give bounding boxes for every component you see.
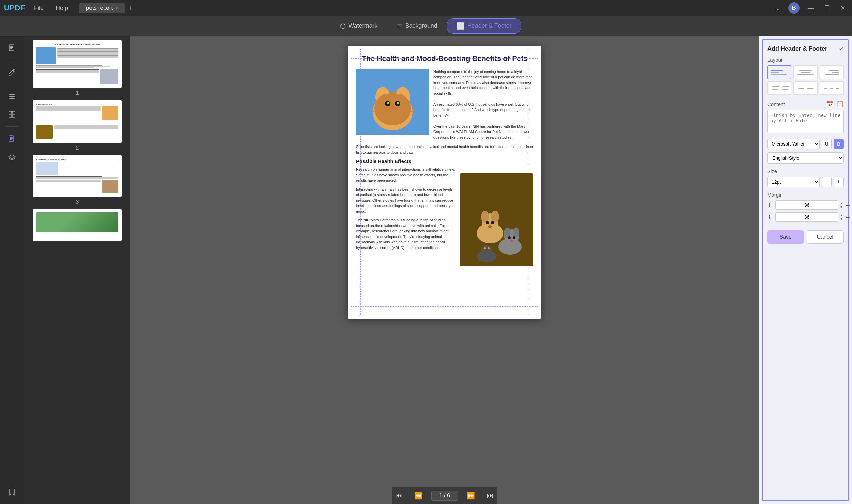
svg-point-48 xyxy=(510,240,513,242)
prev-page-btn[interactable]: ⏪ xyxy=(411,490,426,502)
margin-section: Margin ⬆ ▲ ▼ ➡ xyxy=(767,192,844,221)
font-family-select[interactable]: Microsoft YaHei xyxy=(767,139,820,149)
file-icon[interactable]: 📋 xyxy=(836,101,844,108)
margin-right-item: ➡ ▲ ▼ xyxy=(846,200,852,210)
size-decrease-btn[interactable]: − xyxy=(822,177,832,187)
minimize-btn[interactable]: — xyxy=(805,4,816,12)
size-section: Size 12pt − + xyxy=(767,168,844,187)
tab-pets-report[interactable]: pets report × xyxy=(79,3,125,13)
content-section: Content 📅 📋 xyxy=(767,101,844,134)
margin-top-up-btn[interactable]: ▲ xyxy=(840,202,843,205)
sidebar-item-pages[interactable] xyxy=(4,131,20,147)
doc-content-row-1: Nothing compares to the joy of coming ho… xyxy=(356,69,533,140)
size-select[interactable]: 12pt xyxy=(767,177,820,187)
thumb-page-num-1: 1 xyxy=(76,90,79,96)
user-avatar[interactable]: B xyxy=(788,2,800,14)
cancel-button[interactable]: Cancel xyxy=(807,230,844,244)
tab-close-btn[interactable]: × xyxy=(116,6,118,11)
save-button[interactable]: Save xyxy=(767,230,804,244)
svg-rect-2 xyxy=(10,47,13,48)
thumbnail-page-1[interactable]: The Health and Mood-Boosting Benefits of… xyxy=(26,40,128,96)
next-page-btn[interactable]: ⏩ xyxy=(463,490,478,502)
svg-point-37 xyxy=(481,211,489,222)
doc-page-title: The Health and Mood-Boosting Benefits of… xyxy=(356,54,533,64)
total-pages: 6 xyxy=(447,492,450,499)
margin-bottom-icon: ⬇ xyxy=(767,214,774,220)
menu-file[interactable]: File xyxy=(31,3,47,13)
layout-option-3[interactable] xyxy=(820,65,844,79)
layout-option-6[interactable] xyxy=(820,81,844,95)
panel-expand-icon[interactable]: ⤢ xyxy=(839,45,844,52)
svg-point-39 xyxy=(485,221,489,224)
margin-label: Margin xyxy=(767,192,844,198)
first-page-btn[interactable]: ⏮ xyxy=(392,490,406,501)
margin-bottom-input[interactable] xyxy=(776,212,838,221)
svg-point-41 xyxy=(488,225,492,228)
doc-section-p1: Research on human-animal interactions is… xyxy=(356,167,456,183)
toolbar-tab-background[interactable]: ▦ Background xyxy=(387,19,447,33)
doc-section-p2: Interacting with animals has been shown … xyxy=(356,187,456,214)
close-btn[interactable]: ✕ xyxy=(838,4,848,12)
size-label: Size xyxy=(767,168,844,174)
sidebar-divider-2 xyxy=(5,84,19,85)
right-panel: Add Header & Footer ⤢ Layout xyxy=(759,36,852,504)
footer-guide-bottom xyxy=(352,306,538,307)
svg-rect-1 xyxy=(10,46,13,47)
toolbar-tab-header-footer[interactable]: ⬜ Header & Footer xyxy=(447,18,521,34)
menu-help[interactable]: Help xyxy=(52,3,71,13)
last-page-btn[interactable]: ⏭ xyxy=(483,490,497,501)
margin-left-icon: ⬅ xyxy=(846,214,852,220)
content-icons: 📅 📋 xyxy=(827,101,844,108)
svg-rect-10 xyxy=(12,115,15,118)
sidebar-item-layers[interactable] xyxy=(4,106,20,122)
margin-top-down-btn[interactable]: ▼ xyxy=(840,205,843,209)
maximize-btn[interactable]: ❐ xyxy=(822,4,832,12)
svg-point-40 xyxy=(491,221,494,224)
sidebar-item-bookmark[interactable] xyxy=(4,484,20,500)
sidebar-item-list[interactable] xyxy=(4,89,20,105)
underline-btn[interactable]: U xyxy=(822,139,832,149)
size-increase-btn[interactable]: + xyxy=(834,177,844,187)
thumbnail-page-4[interactable] xyxy=(26,209,128,243)
thumb-img-4 xyxy=(33,209,122,241)
new-tab-btn[interactable]: + xyxy=(126,3,136,13)
layout-option-1[interactable] xyxy=(767,65,792,79)
sidebar-item-document[interactable] xyxy=(4,40,20,56)
margin-top-input[interactable] xyxy=(776,200,838,210)
sidebar-item-stack[interactable] xyxy=(4,149,20,165)
margin-bottom-up-btn[interactable]: ▲ xyxy=(840,214,843,217)
style-select[interactable]: English Style xyxy=(767,152,844,164)
svg-point-44 xyxy=(504,228,511,237)
thumbnail-page-2[interactable]: Possible Health Effects xyxy=(26,100,128,151)
doc-dogs-image xyxy=(460,173,533,267)
tab-label: pets report xyxy=(86,5,113,11)
size-control: 12pt − + xyxy=(767,177,844,187)
title-bar: UPDF File Help pets report × + ⌄ B — ❐ ✕ xyxy=(0,0,852,16)
svg-rect-13 xyxy=(10,138,13,139)
svg-rect-3 xyxy=(10,48,12,49)
panel-title: Add Header & Footer ⤢ xyxy=(767,45,844,52)
thumbnail-panel: The Health and Mood-Boosting Benefits of… xyxy=(24,36,130,504)
doc-scroll[interactable]: The Health and Mood-Boosting Benefits of… xyxy=(130,36,759,487)
sidebar-item-edit[interactable] xyxy=(4,64,20,80)
bottom-nav: ⏮ ⏪ 1 / 6 ⏩ ⏭ xyxy=(392,487,497,504)
background-label: Background xyxy=(405,22,437,29)
layout-option-5[interactable] xyxy=(794,81,817,95)
thumbnail-page-3[interactable]: A Key Phase in the History of Tourism xyxy=(26,155,128,205)
header-footer-label: Header & Footer xyxy=(467,22,512,29)
bold-btn[interactable]: B xyxy=(834,139,844,149)
layout-option-4[interactable] xyxy=(767,81,792,95)
svg-point-24 xyxy=(390,106,395,110)
window-controls: ⌄ B — ❐ ✕ xyxy=(773,2,848,14)
sidebar-divider-3 xyxy=(5,126,19,127)
header-footer-icon: ⬜ xyxy=(456,22,465,30)
layout-option-2[interactable] xyxy=(794,65,817,79)
toolbar-tab-watermark[interactable]: ⬡ Watermark xyxy=(331,19,387,33)
svg-rect-12 xyxy=(10,138,13,138)
page-container: The Health and Mood-Boosting Benefits of… xyxy=(348,46,541,319)
content-section-label: Content xyxy=(767,102,785,107)
thumb-page-num-3: 3 xyxy=(76,199,79,205)
margin-bottom-down-btn[interactable]: ▼ xyxy=(840,217,843,220)
content-input[interactable] xyxy=(767,110,844,133)
calendar-icon[interactable]: 📅 xyxy=(827,101,834,108)
